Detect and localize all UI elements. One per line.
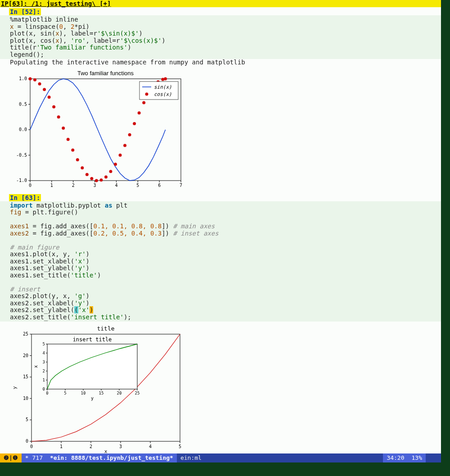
- svg-text:4: 4: [43, 351, 45, 355]
- svg-text:0: 0: [29, 183, 32, 188]
- svg-point-29: [33, 78, 36, 81]
- svg-text:4: 4: [149, 444, 152, 449]
- svg-text:15: 15: [99, 391, 104, 395]
- svg-point-34: [57, 115, 60, 118]
- svg-text:cos(x): cos(x): [154, 91, 172, 97]
- svg-point-57: [164, 77, 167, 80]
- svg-point-52: [142, 101, 145, 104]
- svg-text:10: 10: [81, 391, 86, 395]
- svg-point-32: [48, 95, 51, 99]
- chart-2-wrap: title0123450510152025xyinsert title05101…: [0, 322, 441, 458]
- svg-text:20: 20: [23, 353, 28, 358]
- svg-point-30: [38, 82, 41, 85]
- magic-line: %matplotlib inline: [10, 16, 78, 23]
- svg-text:3: 3: [119, 444, 122, 449]
- svg-text:insert title: insert title: [73, 336, 112, 343]
- svg-text:20: 20: [117, 391, 122, 395]
- svg-text:3: 3: [43, 360, 45, 364]
- code-block[interactable]: import matplotlib.pyplot as plt fig = pl…: [0, 201, 441, 322]
- svg-point-28: [29, 77, 32, 80]
- notebook-area[interactable]: In [52]: %matplotlib inline x = linspace…: [0, 7, 441, 458]
- svg-text:1: 1: [60, 444, 63, 449]
- svg-text:5: 5: [43, 342, 45, 346]
- svg-text:Two familiar functions: Two familiar functions: [77, 70, 134, 77]
- svg-point-41: [90, 177, 93, 180]
- window-title: IP[63]: /1: just_testing\ [+]: [0, 0, 441, 7]
- mode-star: * 717: [22, 453, 46, 462]
- mode-indicator: ❷|❶: [0, 453, 22, 462]
- svg-text:3: 3: [94, 183, 96, 188]
- svg-text:y: y: [12, 386, 18, 389]
- svg-text:sin(x): sin(x): [154, 84, 172, 90]
- input-prompt: In [63]:: [9, 194, 41, 201]
- svg-text:1: 1: [50, 183, 53, 188]
- svg-text:0.0: 0.0: [19, 127, 27, 132]
- svg-text:0: 0: [46, 391, 48, 395]
- svg-point-47: [119, 154, 122, 157]
- svg-rect-92: [47, 344, 137, 389]
- editor-frame: IP[63]: /1: just_testing\ [+] In [52]: %…: [0, 0, 441, 462]
- svg-point-37: [71, 148, 74, 151]
- modeline: ❷|❶ * 717 *ein: 8888/test.ipynb/just_tes…: [0, 453, 441, 462]
- svg-text:25: 25: [135, 391, 140, 395]
- svg-point-45: [109, 170, 112, 173]
- svg-text:2: 2: [43, 369, 45, 373]
- svg-point-33: [52, 105, 55, 108]
- svg-text:15: 15: [23, 374, 28, 379]
- svg-text:4: 4: [115, 183, 117, 188]
- output-text: Populating the interactive namespace fro…: [0, 59, 441, 66]
- svg-text:5: 5: [136, 183, 139, 188]
- svg-point-39: [81, 166, 84, 169]
- svg-point-49: [128, 133, 131, 136]
- svg-point-61: [145, 92, 148, 95]
- svg-text:0: 0: [30, 444, 33, 449]
- svg-point-51: [138, 111, 141, 114]
- svg-text:-0.5: -0.5: [16, 152, 27, 157]
- svg-text:0: 0: [43, 387, 45, 391]
- svg-text:1: 1: [43, 378, 45, 382]
- svg-text:x: x: [33, 365, 38, 368]
- chart-2: title0123450510152025xyinsert title05101…: [10, 324, 185, 455]
- scroll-pct: 13%: [408, 453, 426, 462]
- cursor: (: [74, 306, 78, 313]
- svg-point-44: [104, 175, 108, 178]
- svg-point-46: [114, 163, 117, 166]
- chart-1: Two familiar functions01234567-1.0-0.50.…: [10, 69, 185, 190]
- svg-text:0: 0: [26, 439, 28, 444]
- major-mode: ein:ml: [177, 453, 205, 462]
- svg-point-35: [62, 127, 65, 130]
- svg-text:6: 6: [158, 183, 161, 188]
- svg-text:5: 5: [179, 444, 181, 449]
- svg-text:title: title: [97, 325, 114, 332]
- input-prompt: In [52]:: [9, 8, 41, 15]
- svg-text:5: 5: [26, 417, 28, 422]
- code-block[interactable]: %matplotlib inline x = linspace(0, 2*pi)…: [0, 15, 441, 59]
- cursor-pos: 34:20: [383, 453, 408, 462]
- buffer-name: *ein: 8888/test.ipynb/just_testing*: [46, 453, 177, 462]
- svg-text:5: 5: [64, 391, 66, 395]
- svg-point-40: [86, 172, 89, 176]
- svg-point-31: [43, 88, 46, 91]
- svg-text:0.5: 0.5: [19, 101, 27, 106]
- cell-52[interactable]: In [52]: %matplotlib inline x = linspace…: [0, 7, 441, 193]
- svg-text:y: y: [91, 396, 94, 401]
- svg-point-42: [95, 179, 98, 182]
- svg-text:25: 25: [23, 331, 28, 336]
- svg-point-38: [76, 158, 79, 161]
- svg-text:1.0: 1.0: [19, 76, 27, 81]
- svg-point-48: [123, 144, 126, 147]
- svg-point-50: [133, 122, 136, 125]
- svg-text:-1.0: -1.0: [16, 178, 27, 183]
- svg-point-43: [99, 178, 103, 181]
- svg-text:10: 10: [23, 396, 28, 401]
- cell-63[interactable]: In [63]: import matplotlib.pyplot as plt…: [0, 193, 441, 458]
- chart-1-wrap: Two familiar functions01234567-1.0-0.50.…: [0, 66, 441, 193]
- svg-text:7: 7: [180, 183, 182, 188]
- svg-text:2: 2: [90, 444, 92, 449]
- svg-point-36: [67, 137, 70, 141]
- svg-text:2: 2: [72, 183, 75, 188]
